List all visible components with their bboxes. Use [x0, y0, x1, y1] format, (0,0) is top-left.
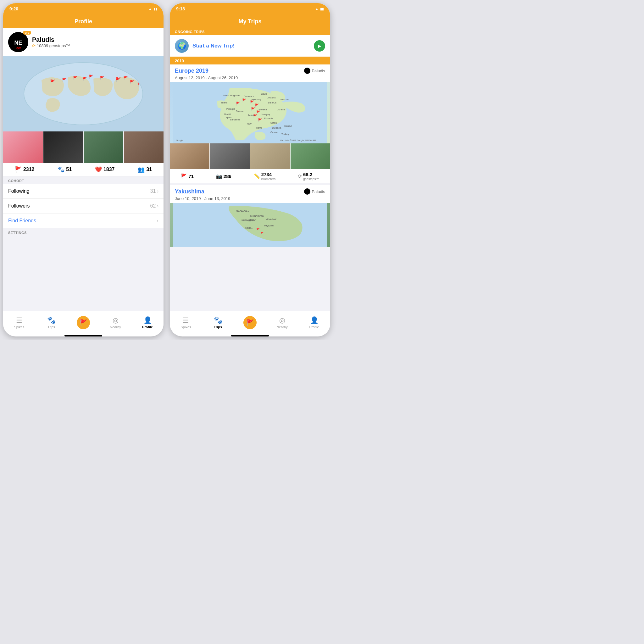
flag-icon: 🚩	[15, 166, 22, 173]
profile-top: NE RW pro Paludis ⟳ 10809 geosteps™	[3, 28, 164, 56]
tab-profile-left[interactable]: 👤 Profile	[131, 316, 164, 329]
yakushima-map: NAGASAKI Kumamoto 熊本 KUMAMOTO MIYAZAKI M…	[170, 203, 330, 247]
page-title-right: My Trips	[238, 18, 261, 25]
trip-header-yakushima: Yakushima Paludis	[170, 185, 330, 196]
stat-tracks: 🐾 51	[58, 166, 72, 173]
svg-text:Belarus: Belarus	[268, 101, 276, 104]
battery-icon: ▮▮	[153, 7, 157, 11]
tab-label-spikes-right: Spikes	[180, 325, 191, 329]
flag-stat-icon: 🚩	[181, 173, 187, 179]
tab-bar-left: ☰ Spikes 🐾 Trips 🚩 ◎ Nearby 👤 Profile	[3, 311, 164, 334]
svg-text:🚩: 🚩	[251, 107, 255, 111]
europe-stat-geosteps: ⟳ 68.2 geosteps™	[298, 172, 319, 181]
stat-friends: 👥 31	[138, 166, 152, 173]
svg-text:NAGASAKI: NAGASAKI	[236, 210, 250, 213]
tab-nearby-left[interactable]: ◎ Nearby	[99, 316, 131, 329]
scroll-content-left: NE RW pro Paludis ⟳ 10809 geosteps™	[3, 28, 164, 311]
svg-text:KUMAMOTO: KUMAMOTO	[241, 219, 256, 222]
svg-text:United Kingdom: United Kingdom	[222, 94, 240, 97]
cohort-section-header: COHORT	[3, 176, 164, 184]
europe-map-svg: 🚩 🚩 🚩 🚩 🚩 🚩 🚩 🚩 United Kingdom Ireland D…	[170, 82, 330, 143]
svg-text:Madrid: Madrid	[224, 113, 231, 115]
wifi-icon-right: ▲	[315, 7, 319, 11]
tab-label-trips-left: Trips	[47, 325, 55, 329]
svg-text:Kago...: Kago...	[245, 226, 253, 229]
tab-flag-right[interactable]: 🚩	[234, 316, 266, 329]
svg-text:MIYAZAKI: MIYAZAKI	[266, 218, 277, 221]
svg-text:🚩: 🚩	[255, 103, 259, 108]
svg-text:Turkey: Turkey	[281, 133, 289, 136]
geosteps-count: ⟳ 10809 geosteps™	[32, 43, 158, 48]
find-friends-item[interactable]: Find Friends ›	[3, 214, 164, 228]
people-icon: 👥	[138, 166, 145, 173]
svg-text:Portugal: Portugal	[226, 108, 235, 110]
tab-bar-right: ☰ Spikes 🐾 Trips 🚩 ◎ Nearby 👤 Profile	[170, 311, 330, 334]
europe-trip-card: Europe 2019 Paludis August 12, 2019 - Au…	[170, 64, 330, 185]
svg-text:Kumamoto: Kumamoto	[250, 214, 264, 218]
tab-label-nearby-left: Nearby	[110, 325, 121, 329]
tab-trips-right[interactable]: 🐾 Trips	[202, 316, 234, 329]
tab-flag-left[interactable]: 🚩	[67, 316, 99, 329]
yakushima-map-svg: NAGASAKI Kumamoto 熊本 KUMAMOTO MIYAZAKI M…	[170, 203, 330, 247]
svg-text:Romania: Romania	[264, 117, 273, 119]
svg-text:Rome: Rome	[256, 127, 262, 129]
play-button[interactable]: ▶	[314, 40, 325, 52]
tab-label-trips-right: Trips	[214, 325, 222, 329]
europe-photo-3	[250, 143, 290, 169]
world-map-bg: 🚩 🚩 🚩 🚩 🚩 🚩 🚩 🚩 🚩 🚩 🚩 🚩	[3, 56, 164, 131]
trip-title-europe: Europe 2019	[175, 68, 208, 74]
svg-text:🚩: 🚩	[256, 110, 261, 114]
tab-label-profile-right: Profile	[309, 325, 319, 329]
tab-label-nearby-right: Nearby	[276, 325, 287, 329]
home-indicator-right	[231, 335, 269, 336]
owner-avatar-europe	[304, 68, 310, 74]
svg-text:Austria: Austria	[248, 114, 255, 116]
svg-text:Miyazaki: Miyazaki	[264, 224, 274, 227]
svg-text:Serbia: Serbia	[270, 122, 277, 124]
svg-text:Barcelona: Barcelona	[230, 119, 240, 121]
spikes-icon-left: ☰	[16, 316, 22, 325]
owner-avatar-yakushima	[304, 188, 310, 195]
europe-photo-2	[210, 143, 250, 169]
tab-nearby-right[interactable]: ◎ Nearby	[266, 316, 298, 329]
ruler-stat-icon: 📏	[254, 173, 260, 179]
europe-stat-flags: 🚩 71	[181, 173, 194, 179]
tab-profile-right[interactable]: 👤 Profile	[298, 316, 330, 329]
following-item[interactable]: Following 31 ›	[3, 184, 164, 199]
svg-text:Lithuania: Lithuania	[267, 97, 276, 99]
europe-photo-1	[170, 143, 209, 169]
status-icons-left: ▲ ▮▮	[148, 7, 157, 11]
trips-icon-right: 🐾	[214, 316, 222, 325]
photo-1	[3, 131, 43, 163]
europe-stat-km: 📏 2734 kilometers	[254, 172, 276, 181]
svg-text:RW: RW	[16, 47, 21, 50]
svg-text:Latvia: Latvia	[261, 93, 267, 95]
tab-trips-left[interactable]: 🐾 Trips	[35, 316, 67, 329]
followers-item[interactable]: Followers 62 ›	[3, 199, 164, 214]
nearby-icon-right: ◎	[279, 316, 285, 325]
scroll-content-right: ONGOING TRIPS 🌍 Start a New Trip! ▶ 2019…	[170, 28, 330, 311]
svg-text:Spain: Spain	[226, 116, 231, 119]
svg-text:Google: Google	[176, 139, 183, 142]
svg-text:🚩: 🚩	[130, 80, 134, 84]
svg-text:Map data ©2019 Google, ORION-M: Map data ©2019 Google, ORION-ME	[280, 139, 316, 142]
new-trip-row[interactable]: 🌍 Start a New Trip! ▶	[170, 35, 330, 57]
svg-text:Ukraine: Ukraine	[277, 108, 286, 111]
camera-stat-icon: 📷	[216, 173, 222, 179]
new-trip-label: Start a New Trip!	[192, 43, 310, 49]
settings-section-header: SETTINGS	[3, 228, 164, 236]
svg-text:Hungary: Hungary	[262, 113, 270, 116]
spikes-icon-right: ☰	[183, 316, 189, 325]
ongoing-trips-banner: ONGOING TRIPS	[170, 28, 330, 35]
tracks-icon: 🐾	[58, 166, 64, 173]
status-time-right: 9:18	[176, 6, 185, 11]
avatar: NE RW	[8, 32, 28, 52]
home-indicator-left	[64, 335, 102, 336]
photos-row	[3, 131, 164, 163]
svg-text:🚩: 🚩	[258, 118, 262, 122]
trips-icon-left: 🐾	[47, 316, 56, 325]
tab-spikes-left[interactable]: ☰ Spikes	[3, 316, 35, 329]
svg-text:🚩: 🚩	[62, 77, 67, 82]
profile-icon-right: 👤	[310, 316, 319, 325]
tab-spikes-right[interactable]: ☰ Spikes	[170, 316, 202, 329]
